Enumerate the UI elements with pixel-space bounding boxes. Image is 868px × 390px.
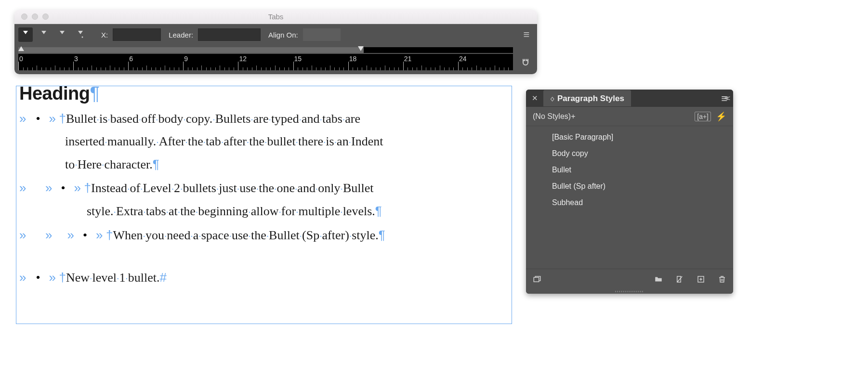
body-text: WhenyouneedaspaceusetheBullet(Spafter)st… [113,228,378,242]
snap-magnet-icon[interactable] [519,56,532,69]
close-icon[interactable]: ✕ [531,94,539,103]
decimal-tab-button[interactable] [73,27,88,42]
tab-char-icon: » [49,270,56,285]
space-char-icon [90,271,92,286]
paragraph-styles-list: [Basic Paragraph] Body copy Bullet Bulle… [526,126,733,269]
ruler-number: 3 [74,55,78,63]
space-char-icon [278,205,281,220]
ruler-number: 6 [129,55,133,63]
paragraph-styles-current-row: (No Styles)+ [a+] ⚡ ≡ [526,107,733,126]
tab-char-icon: » [67,228,74,242]
space-char-icon [164,229,167,244]
space-char-icon [341,182,343,197]
space-char-icon [296,205,298,220]
ruler-overflow-region [364,47,513,53]
paragraph-styles-menu-icon[interactable]: ≡ [721,92,727,105]
tabs-panel-title: Tabs [14,13,537,21]
tab-char-icon: » [45,228,52,242]
tabs-ruler[interactable]: 03691215182124 [18,54,513,70]
ruler-number: 9 [184,55,188,63]
style-item-subhead[interactable]: Subhead [526,195,733,211]
space-char-icon [249,229,251,244]
space-char-icon [323,135,326,150]
style-item-bullet[interactable]: Bullet [526,162,733,178]
x-input[interactable] [113,28,161,41]
x-label: X: [101,31,108,39]
ruler-track[interactable] [18,47,513,53]
left-tab-button[interactable] [18,27,33,42]
ruler-number: 15 [294,55,302,63]
space-char-icon [143,205,145,220]
space-char-icon [342,112,345,128]
style-item-basic-paragraph[interactable]: [Basic Paragraph] [526,129,733,145]
indent-to-here-icon: † [59,270,66,285]
leader-input[interactable] [198,28,261,41]
paragraph-styles-header[interactable]: ✕ Paragraph Styles << [526,90,733,107]
heading-text: Heading¶ [19,84,509,103]
right-indent-marker[interactable] [358,46,364,51]
end-of-story-icon: # [160,270,167,285]
space-char-icon [180,182,183,197]
tab-char-icon: » [96,228,103,242]
body-text: toHerecharacter. [65,157,153,171]
space-char-icon [349,135,351,150]
space-char-icon [248,205,250,220]
tab-char-icon: » [19,181,26,195]
right-tab-button[interactable] [55,27,69,42]
tab-char-icon: » [45,181,52,195]
style-item-body-copy[interactable]: Body copy [526,145,733,162]
space-char-icon [295,182,297,197]
indent-to-here-icon: † [106,228,113,242]
tabs-panel-menu-icon[interactable] [520,28,533,41]
space-char-icon [184,112,186,128]
paragraph-styles-tab[interactable]: Paragraph Styles [543,90,631,106]
tab-char-icon: » [49,111,56,126]
bullet-icon: • [83,228,87,242]
pilcrow-icon: ¶ [379,228,385,242]
override-badge[interactable]: [a+] [695,112,711,121]
cc-libraries-icon[interactable] [533,275,541,284]
first-line-indent-marker[interactable] [18,46,24,51]
space-char-icon [156,112,158,128]
alignon-input[interactable] [303,28,341,41]
paragraph-styles-panel: ✕ Paragraph Styles << (No Styles)+ [a+] … [526,90,733,294]
space-char-icon [299,112,302,128]
tabs-titlebar[interactable]: Tabs [14,10,537,24]
trash-icon[interactable] [718,275,726,284]
body-text: insertedmanually.Afterthetabafterthebull… [65,134,383,148]
bullet-paragraph-1: »•» †Bulletisbasedoffbodycopy.Bulletsare… [19,107,509,176]
ruler-number: 18 [349,55,357,63]
space-char-icon [212,112,215,128]
style-item-bullet-sp-after[interactable]: Bullet (Sp after) [526,178,733,195]
space-char-icon [300,229,302,244]
panel-resize-grip[interactable] [526,289,733,294]
svg-rect-1 [534,277,539,282]
style-group-icon[interactable] [654,275,663,284]
space-char-icon [274,182,276,197]
body-text: InsteadofLevel2bulletsjustusetheoneandon… [91,181,374,195]
indent-to-here-icon: † [84,181,91,195]
pilcrow-icon: ¶ [90,83,99,104]
clear-overrides-icon[interactable] [675,275,684,284]
tabs-panel: Tabs X: Leader: Align On: [14,10,537,74]
space-char-icon [221,135,224,150]
space-char-icon [97,112,99,128]
space-char-icon [229,229,232,244]
pilcrow-icon: ¶ [375,204,382,218]
space-char-icon [256,182,259,197]
tab-char-icon: » [19,270,26,285]
new-style-icon[interactable] [697,275,705,284]
current-style-name[interactable]: (No Styles)+ [533,112,690,121]
space-char-icon [178,205,180,220]
quick-apply-icon[interactable]: ⚡ [716,111,726,122]
center-tab-button[interactable] [37,27,51,42]
space-char-icon [196,205,198,220]
space-char-icon [296,135,298,150]
tab-char-icon: » [19,228,26,242]
pilcrow-icon: ¶ [153,157,159,171]
space-char-icon [320,112,322,128]
space-char-icon [266,229,269,244]
body-text: Newlevel1bullet. [66,271,160,285]
alignon-label: Align On: [268,31,298,39]
text-frame[interactable]: Heading¶ »•» †Bulletisbasedoffbodycopy.B… [16,86,512,324]
